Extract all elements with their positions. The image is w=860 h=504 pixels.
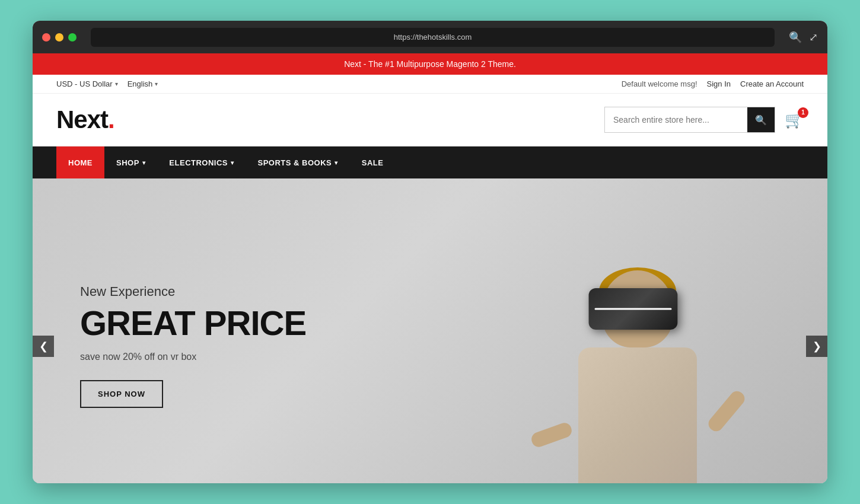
header: Next. 🔍 🛒 1	[33, 94, 827, 146]
utility-right: Default welcome msg! Sign In Create an A…	[622, 79, 804, 88]
website-content: Next - The #1 Multipurpose Magento 2 The…	[33, 53, 827, 483]
currency-selector[interactable]: USD - US Dollar ▾	[56, 79, 118, 88]
cart-badge: 1	[798, 107, 808, 118]
close-button[interactable]	[42, 33, 50, 42]
sports-books-arrow-icon: ▾	[335, 160, 338, 166]
announcement-bar: Next - The #1 Multipurpose Magento 2 The…	[33, 53, 827, 75]
cart-icon-wrapper[interactable]: 🛒 1	[785, 111, 804, 129]
nav-item-electronics[interactable]: ELECTRONICS ▾	[157, 146, 246, 178]
hero-banner: New Experience GREAT PRICE save now 20% …	[33, 178, 827, 483]
person-body	[578, 347, 697, 483]
person-arm-left	[530, 421, 574, 449]
logo-text: Next	[56, 106, 108, 133]
nav-item-home[interactable]: HOME	[56, 146, 104, 178]
search-icon: 🔍	[755, 114, 767, 126]
maximize-button[interactable]	[68, 33, 77, 42]
person-head	[602, 270, 673, 347]
browser-search-icon[interactable]: 🔍	[789, 31, 802, 44]
electronics-arrow-icon: ▾	[231, 160, 234, 166]
nav-label-sale: SALE	[362, 158, 384, 167]
browser-expand-icon[interactable]: ⤢	[809, 31, 818, 44]
hero-content: New Experience GREAT PRICE save now 20% …	[33, 284, 353, 408]
prev-arrow-icon: ❮	[39, 340, 48, 353]
currency-label: USD - US Dollar	[56, 79, 113, 88]
vr-headset	[589, 288, 678, 330]
header-right: 🔍 🛒 1	[604, 107, 804, 133]
slider-prev-button[interactable]: ❮	[33, 336, 54, 357]
traffic-lights	[42, 33, 77, 42]
nav-item-shop[interactable]: SHOP ▾	[104, 146, 157, 178]
language-label: English	[128, 79, 153, 88]
announcement-text: Next - The #1 Multipurpose Magento 2 The…	[344, 59, 516, 69]
address-bar[interactable]: https://thehotskills.com	[91, 28, 775, 47]
hero-person-illustration	[495, 178, 780, 483]
logo[interactable]: Next.	[56, 106, 114, 134]
search-button[interactable]: 🔍	[747, 107, 775, 132]
browser-chrome: https://thehotskills.com 🔍 ⤢	[33, 21, 827, 53]
search-bar: 🔍	[604, 107, 775, 133]
nav-label-electronics: ELECTRONICS	[169, 158, 228, 167]
nav-label-sports-books: SPORTS & BOOKS	[258, 158, 332, 167]
person-arm-right	[706, 388, 748, 434]
shop-arrow-icon: ▾	[142, 160, 146, 166]
nav-bar: HOME SHOP ▾ ELECTRONICS ▾ SPORTS & BOOKS…	[33, 146, 827, 178]
currency-arrow: ▾	[115, 81, 118, 87]
nav-label-shop: SHOP	[116, 158, 139, 167]
create-account-link[interactable]: Create an Account	[740, 79, 804, 88]
search-input[interactable]	[605, 107, 747, 132]
hero-title: GREAT PRICE	[80, 304, 306, 342]
next-arrow-icon: ❯	[813, 340, 821, 353]
language-selector[interactable]: English ▾	[128, 79, 158, 88]
nav-label-home: HOME	[68, 158, 93, 167]
nav-item-sale[interactable]: SALE	[350, 146, 396, 178]
utility-left: USD - US Dollar ▾ English ▾	[56, 79, 158, 88]
slider-next-button[interactable]: ❯	[806, 336, 827, 357]
language-arrow: ▾	[155, 81, 158, 87]
browser-actions: 🔍 ⤢	[789, 31, 818, 44]
browser-window: https://thehotskills.com 🔍 ⤢ Next - The …	[33, 21, 827, 483]
url-text: https://thehotskills.com	[394, 33, 472, 42]
sign-in-link[interactable]: Sign In	[707, 79, 731, 88]
hero-description: save now 20% off on vr box	[80, 352, 306, 362]
shop-now-button[interactable]: SHOP NOW	[80, 380, 163, 408]
utility-bar: USD - US Dollar ▾ English ▾ Default welc…	[33, 75, 827, 94]
minimize-button[interactable]	[55, 33, 63, 42]
hero-subtitle: New Experience	[80, 284, 306, 299]
welcome-msg: Default welcome msg!	[622, 79, 697, 88]
nav-item-sports-books[interactable]: SPORTS & BOOKS ▾	[246, 146, 350, 178]
person-figure	[519, 264, 756, 483]
logo-dot: .	[108, 106, 114, 133]
